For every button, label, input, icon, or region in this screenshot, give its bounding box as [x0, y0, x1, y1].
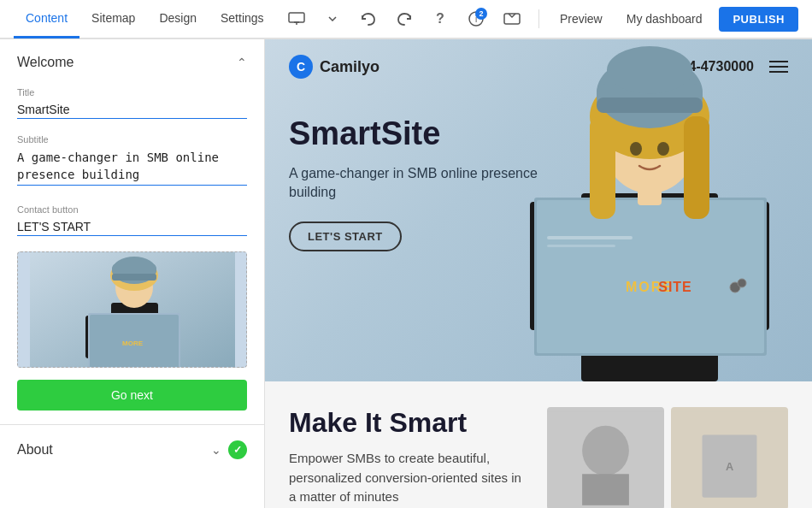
about-chevron-down-icon: ⌄ [211, 443, 221, 457]
contact-button-field-group: Contact button [17, 204, 247, 236]
make-smart-text: Empower SMBs to create beautiful, person… [289, 449, 528, 507]
divider [538, 9, 539, 28]
svg-point-42 [582, 426, 629, 476]
go-next-button[interactable]: Go next [17, 380, 247, 411]
title-input[interactable] [17, 101, 247, 119]
about-check-icon: ✓ [228, 440, 247, 459]
about-section-header[interactable]: About ⌄ ✓ [0, 425, 264, 475]
tab-sitemap[interactable]: Sitemap [79, 0, 147, 38]
svg-text:MORE: MORE [122, 340, 144, 347]
notification-badge: 2 [475, 8, 487, 20]
about-icons: ⌄ ✓ [211, 440, 247, 459]
svg-rect-23 [537, 200, 764, 353]
welcome-section-body: Title Subtitle Contact button [0, 82, 264, 424]
welcome-title: Welcome [17, 55, 74, 70]
svg-text:SITE: SITE [658, 280, 692, 294]
lets-start-button[interactable]: LET'S START [289, 222, 402, 251]
below-hero-text-area: Make It Smart Empower SMBs to create bea… [289, 407, 530, 508]
svg-point-36 [630, 142, 642, 156]
logo-text: Camilyo [320, 58, 380, 76]
subtitle-textarea[interactable] [17, 148, 247, 186]
navbar-right: ? i 2 Preview My dashboard PUBLISH [284, 6, 798, 32]
about-title: About [17, 442, 53, 458]
below-image-1 [547, 407, 664, 508]
svg-rect-17 [112, 263, 156, 275]
dropdown-arrow-button[interactable] [320, 6, 345, 32]
tab-design[interactable]: Design [147, 0, 209, 38]
main-area: Welcome ⌃ Title Subtitle Contact button [0, 39, 812, 508]
below-hero-images: A [547, 407, 788, 508]
nav-tabs: Content Sitemap Design Settings [14, 0, 276, 38]
svg-rect-38 [638, 188, 662, 205]
svg-rect-27 [547, 245, 615, 247]
help-button[interactable]: ? [427, 6, 453, 32]
tab-content-label: Content [26, 11, 68, 25]
svg-point-35 [607, 46, 692, 94]
hero-image-preview[interactable]: MORE [17, 251, 247, 368]
share-button[interactable] [499, 6, 525, 32]
subtitle-field-label: Subtitle [17, 134, 247, 145]
svg-rect-5 [504, 14, 520, 24]
contact-button-label: Contact button [17, 204, 247, 215]
logo-circle: C [289, 55, 313, 79]
my-dashboard-button[interactable]: My dashboard [620, 9, 709, 29]
tab-design-label: Design [159, 11, 197, 25]
preview-button[interactable]: Preview [553, 9, 609, 29]
title-field-label: Title [17, 87, 247, 97]
tab-settings-label: Settings [221, 11, 264, 25]
subtitle-field-group: Subtitle [17, 134, 247, 189]
svg-rect-30 [590, 116, 615, 219]
svg-rect-26 [547, 236, 633, 239]
svg-point-37 [657, 142, 669, 156]
left-panel: Welcome ⌃ Title Subtitle Contact button [0, 39, 265, 508]
logo-area: C Camilyo [289, 55, 380, 79]
tab-content[interactable]: Content [14, 0, 79, 38]
desktop-view-button[interactable] [284, 6, 309, 32]
about-section: About ⌄ ✓ [0, 424, 264, 475]
hero-section: C Camilyo 972-54-4730000 SmartSite A gam… [265, 39, 812, 381]
svg-rect-18 [112, 274, 156, 281]
welcome-chevron-up-icon: ⌃ [237, 56, 247, 69]
publish-button[interactable]: PUBLISH [719, 7, 798, 32]
svg-text:A: A [726, 460, 733, 473]
contact-button-input[interactable] [17, 218, 247, 236]
svg-rect-31 [684, 116, 709, 219]
svg-rect-0 [289, 13, 304, 22]
svg-point-40 [738, 279, 746, 287]
tab-sitemap-label: Sitemap [91, 11, 135, 25]
below-image-2: A [671, 407, 788, 508]
svg-rect-34 [597, 97, 703, 113]
make-smart-title: Make It Smart [289, 407, 530, 439]
notification-button[interactable]: i 2 [463, 6, 489, 32]
below-hero-section: Make It Smart Empower SMBs to create bea… [265, 381, 812, 508]
redo-button[interactable] [391, 6, 417, 32]
welcome-section-header[interactable]: Welcome ⌃ [0, 39, 264, 82]
navbar: Content Sitemap Design Settings ? i 2 [0, 0, 812, 39]
tab-settings[interactable]: Settings [209, 0, 276, 38]
svg-rect-43 [582, 474, 629, 505]
right-preview: C Camilyo 972-54-4730000 SmartSite A gam… [265, 39, 812, 508]
hero-person-image: MORE SITE [487, 39, 812, 381]
undo-button[interactable] [356, 6, 381, 32]
title-field-group: Title [17, 87, 247, 119]
